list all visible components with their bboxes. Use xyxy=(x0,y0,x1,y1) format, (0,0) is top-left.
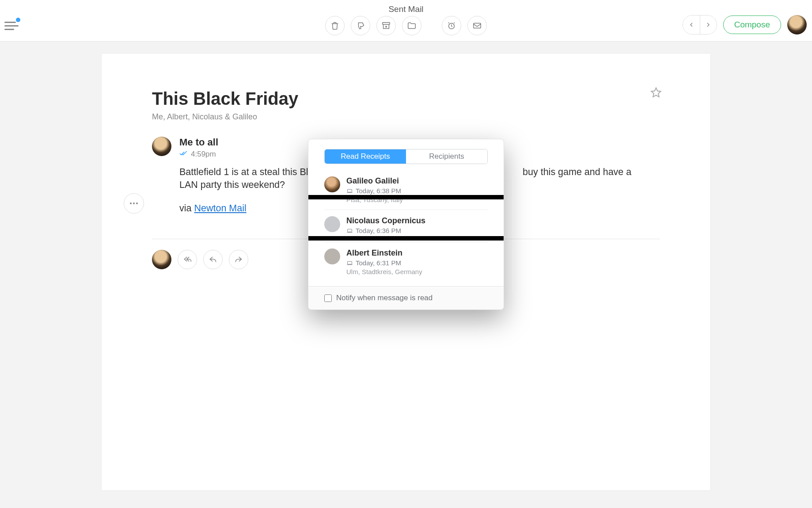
svg-rect-0 xyxy=(383,23,390,25)
star-icon xyxy=(649,86,663,99)
message-more-button[interactable] xyxy=(124,193,144,214)
chevron-left-icon xyxy=(688,21,695,28)
mark-button[interactable] xyxy=(467,16,487,35)
nav-pair xyxy=(683,15,717,34)
message-time: 4:59pm xyxy=(191,150,216,159)
popover-tabs: Read Receipts Recipients xyxy=(324,149,488,164)
spam-button[interactable] xyxy=(351,16,370,35)
laptop-icon xyxy=(346,228,353,233)
popover-footer: Notify when message is read xyxy=(308,286,504,309)
sender-avatar xyxy=(152,137,171,156)
account-avatar[interactable] xyxy=(787,15,807,34)
email-subject: This Black Friday xyxy=(152,89,660,109)
avatar xyxy=(324,176,340,192)
via-link[interactable]: Newton Mail xyxy=(194,203,246,214)
reply-button[interactable] xyxy=(203,250,223,269)
redaction-bar xyxy=(308,195,504,199)
chevron-right-icon xyxy=(705,21,712,28)
svg-rect-4 xyxy=(348,229,352,232)
thumbs-down-icon xyxy=(356,21,365,31)
snooze-button[interactable] xyxy=(442,16,461,35)
reply-all-icon xyxy=(183,255,192,264)
svg-rect-5 xyxy=(348,261,352,264)
laptop-icon xyxy=(346,260,353,266)
delete-button[interactable] xyxy=(325,16,345,35)
mail-icon xyxy=(472,21,482,31)
receipt-time-row: Today, 6:36 PM xyxy=(346,227,425,234)
move-button[interactable] xyxy=(402,16,421,35)
notify-label: Notify when message is read xyxy=(336,294,433,302)
receipt-time-row: Today, 6:38 PM xyxy=(346,187,403,195)
email-participants: Me, Albert, Nicolaus & Galileo xyxy=(152,112,660,122)
right-controls: Compose xyxy=(683,15,807,34)
receipt-time-row: Today, 6:31 PM xyxy=(346,259,422,267)
prev-button[interactable] xyxy=(683,15,700,34)
forward-icon xyxy=(234,255,243,264)
notify-checkbox[interactable] xyxy=(324,294,332,302)
self-avatar xyxy=(152,250,171,269)
reply-icon xyxy=(209,255,217,264)
avatar xyxy=(324,248,340,264)
receipt-name: Albert Einstein xyxy=(346,248,422,258)
next-button[interactable] xyxy=(700,15,717,34)
read-receipts-popover: Read Receipts Recipients Galileo Galilei… xyxy=(308,139,504,310)
compose-button[interactable]: Compose xyxy=(723,15,781,34)
reply-all-button[interactable] xyxy=(178,250,197,269)
redaction-bar xyxy=(308,236,504,241)
tab-read-receipts[interactable]: Read Receipts xyxy=(325,149,406,164)
star-button[interactable] xyxy=(649,86,663,99)
receipt-list: Galileo Galilei Today, 6:38 PM Pisa, Tus… xyxy=(308,170,504,286)
receipt-name: Galileo Galilei xyxy=(346,176,403,186)
read-receipt-icon[interactable] xyxy=(179,150,188,159)
clock-icon xyxy=(447,21,456,31)
receipt-row: Albert Einstein Today, 6:31 PM Ulm, Stad… xyxy=(324,242,488,286)
receipt-name: Nicolaus Copernicus xyxy=(346,216,425,225)
archive-icon xyxy=(381,21,391,31)
receipt-row: Galileo Galilei Today, 6:38 PM Pisa, Tus… xyxy=(324,170,488,210)
svg-rect-3 xyxy=(348,189,352,192)
forward-button[interactable] xyxy=(229,250,248,269)
receipt-location: Ulm, Stadtkreis, Germany xyxy=(346,268,422,275)
tab-recipients[interactable]: Recipients xyxy=(406,149,487,164)
folder-icon xyxy=(407,21,417,31)
topbar: Sent Mail xyxy=(0,0,812,42)
trash-icon xyxy=(330,21,340,31)
archive-button[interactable] xyxy=(376,16,396,35)
receipt-row: Nicolaus Copernicus Today, 6:36 PM xyxy=(324,210,488,242)
page-title: Sent Mail xyxy=(0,4,812,14)
laptop-icon xyxy=(346,188,353,194)
avatar xyxy=(324,216,340,232)
svg-rect-2 xyxy=(474,23,481,28)
